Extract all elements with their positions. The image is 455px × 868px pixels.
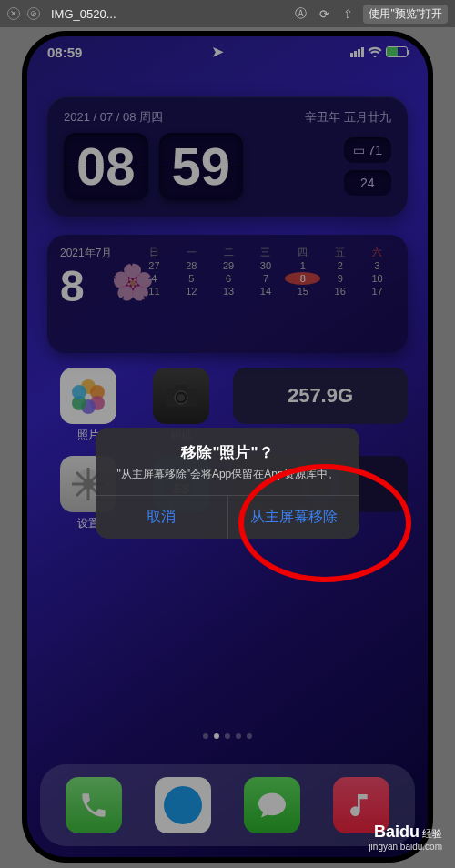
dialog-title: 移除"照片"？ (96, 428, 359, 467)
share-icon[interactable]: ⇧ (339, 7, 356, 21)
dialog-message: "从主屏幕移除"会将App保留在App资源库中。 (96, 467, 359, 495)
remove-from-home-button[interactable]: 从主屏幕移除 (228, 496, 360, 539)
close-window-icon[interactable]: ✕ (7, 7, 20, 20)
remove-app-dialog: 移除"照片"？ "从主屏幕移除"会将App保留在App资源库中。 取消 从主屏幕… (96, 428, 359, 539)
cancel-button[interactable]: 取消 (96, 496, 228, 539)
window-title: IMG_0520... (51, 7, 285, 21)
macos-titlebar: ✕ ⊘ IMG_0520... Ⓐ ⟳ ⇧ 使用"预览"打开 (0, 0, 455, 27)
text-size-icon[interactable]: Ⓐ (292, 5, 308, 22)
phone-frame: 08:59 ➤ 2021 / 07 / 08 周四 辛丑年 五月廿九 08 59… (22, 31, 433, 863)
open-in-preview-button[interactable]: 使用"预览"打开 (363, 5, 448, 24)
phone-screen: 08:59 ➤ 2021 / 07 / 08 周四 辛丑年 五月廿九 08 59… (27, 36, 428, 857)
stop-icon[interactable]: ⊘ (27, 7, 40, 20)
watermark: Baidu 经验 jingyan.baidu.com (369, 823, 442, 852)
rotate-icon[interactable]: ⟳ (316, 7, 332, 21)
